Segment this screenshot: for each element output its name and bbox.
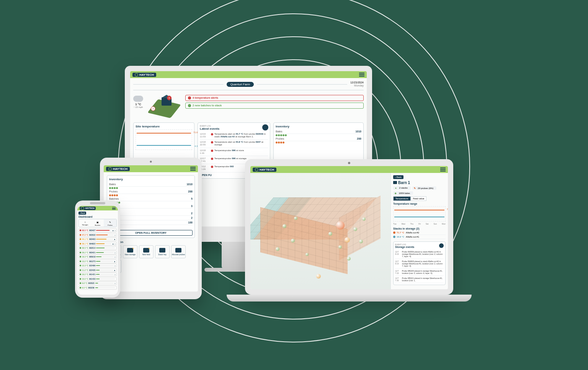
inv-row[interactable]: Bales1010 [109, 182, 193, 187]
event-row[interactable]: 12/1822:55 Temperature alert at 45.8 °C … [200, 140, 268, 148]
inv-row[interactable]: Cattle100 [109, 220, 193, 225]
laptop-screen: HAYTECH [250, 166, 448, 289]
axis-tick: Tue [393, 223, 396, 225]
brand-pill[interactable]: HAYTECH [80, 207, 96, 210]
site-temp-chart[interactable]: 71.6 °C 4.3 °C [136, 129, 192, 150]
probe-row[interactable]: 47.2 °C 093532 ⌂ [78, 233, 117, 237]
probe-marker[interactable] [338, 245, 342, 249]
camera-icon [348, 162, 350, 164]
inv-value: 2 [191, 217, 193, 219]
tab-probes[interactable]: ✎Probes [104, 219, 116, 227]
temp-range-chart[interactable]: 71.6 °C [393, 206, 446, 222]
storage-events-card: EVENT LOG Storage events 12/78:19 Probe … [393, 241, 446, 285]
map-pin-icon[interactable]: 2 [151, 106, 155, 111]
event-row[interactable]: 12/1911:03 Temperature alert at 45.7 °C … [200, 132, 268, 140]
inv-row[interactable]: Stacks3 [109, 204, 193, 209]
inv-label: Probes [276, 137, 284, 140]
stack-alert[interactable]: 2 new batches to stack [185, 103, 364, 109]
action-tile[interactable]: New field [139, 245, 154, 258]
event-row[interactable]: 12/77:33 Probe 085200 placed in storage … [395, 269, 444, 276]
inv-row[interactable]: Probes200 [109, 189, 193, 194]
action-tile[interactable]: Allocate probes [171, 245, 186, 258]
menu-icon[interactable] [190, 167, 196, 171]
farm-illustration[interactable]: 2 4 [147, 95, 181, 118]
probe-marker[interactable] [305, 253, 309, 256]
probe-marker[interactable] [283, 224, 286, 228]
temp-bar [95, 283, 114, 284]
status-dot-icon [80, 287, 81, 289]
probe-row[interactable]: 9.8 °C 093523 ⌂ [78, 281, 117, 285]
temp-bar [96, 256, 114, 257]
probe-row[interactable]: 11.2 °C 022435 ▲ [78, 268, 117, 272]
probe-marker[interactable] [294, 217, 297, 220]
brand-pill[interactable]: HAYTECH [253, 168, 276, 172]
event-text: Temperatuprobe 096 at storage [214, 157, 247, 163]
section-title: Temperature range [393, 202, 446, 205]
stack-row[interactable]: 16.6 °CAlfalfa cut #1 [393, 235, 446, 239]
probe-row[interactable]: 29.2 °C 093421 ⌂ [78, 251, 117, 254]
probe-marker[interactable] [328, 232, 332, 236]
action-tile[interactable]: New storage [123, 245, 137, 258]
card-title: Storage events [395, 246, 444, 248]
probe-marker[interactable] [362, 217, 366, 221]
laptop-tabs: Temperature Feed value [393, 196, 446, 201]
tab-temperature[interactable]: Temperature [393, 196, 411, 201]
action-tile[interactable]: Stack hay [155, 245, 170, 258]
probe-row[interactable]: 30.5 °C 092014 [78, 246, 117, 250]
probe-marker[interactable] [347, 257, 351, 261]
probe-marker[interactable] [276, 247, 279, 251]
probe-row[interactable]: 10.2 °C 061421 ⌂ [78, 272, 117, 276]
probe-marker[interactable] [345, 237, 350, 243]
tab-storages[interactable]: ⌂Storages [79, 219, 91, 227]
probe-row[interactable]: 19.3 °C 085018 ⌂ [78, 255, 117, 259]
back-button[interactable]: ‹ Back [393, 175, 403, 179]
probe-marker-hot[interactable] [336, 221, 345, 230]
inv-row[interactable]: Batches5 [109, 197, 193, 201]
brand-pill[interactable]: HAYTECH [132, 73, 156, 77]
event-row[interactable]: 12/77:35 Probe 085221 placed in storage … [395, 276, 444, 283]
temp-bar [96, 252, 114, 253]
probe-row[interactable]: 68.5 °C 093427 ▲ ⌂ [78, 228, 117, 232]
desktop-header: Quanturi Farm 12/23/2024 Monday [133, 81, 364, 90]
menu-icon[interactable] [359, 73, 364, 77]
farm-pill[interactable]: Quanturi Farm [227, 82, 254, 87]
event-row[interactable]: 12/78:19 Probe 094829 placed to stack Al… [395, 259, 444, 269]
probe-id: 061421 [89, 273, 96, 275]
event-row[interactable]: 12/78:19 Probe 093556 placed to stack Al… [395, 249, 444, 259]
stack-temp: 16.6 °C [397, 236, 404, 238]
events-badge-icon[interactable] [262, 124, 268, 130]
tab-batches[interactable]: ▣Batches [91, 219, 104, 227]
probe-row[interactable]: 10.0 °C 061433 [78, 277, 117, 281]
events-badge-icon[interactable] [439, 243, 444, 248]
probe-marker[interactable] [359, 240, 363, 243]
temperature-alert[interactable]: 4 temperature alerts [185, 95, 364, 101]
probe-marker[interactable] [316, 274, 321, 279]
menu-icon[interactable] [112, 207, 116, 210]
stack-dot-icon [393, 236, 395, 238]
probe-row[interactable]: 12.3 °C 022486 ⌂ [78, 264, 117, 267]
inv-row[interactable]: Fields2 [109, 216, 193, 220]
event-row[interactable]: 12/181:16 Temperatuprobe 096 at stora [200, 148, 268, 156]
probe-row[interactable]: 44.1 °C 093403 ▲ [78, 237, 117, 241]
date-block: 12/23/2024 Monday [350, 81, 364, 88]
back-button[interactable]: ‹ Back [78, 212, 86, 215]
alert-dot-icon [211, 133, 213, 135]
probe-row[interactable]: 13.2 °C 091273 ▲ [78, 259, 117, 263]
map-pin-alert-icon[interactable]: 4 [167, 96, 172, 100]
probe-marker[interactable] [353, 227, 357, 231]
temp-bar [96, 239, 113, 240]
event-time: 12/78:19 [395, 260, 402, 267]
inv-value: 100 [188, 221, 193, 224]
storage-3d-view[interactable] [250, 173, 390, 289]
probe-marker[interactable] [291, 239, 295, 243]
open-inventory-button[interactable]: OPEN FULL INVENTORY [109, 230, 193, 236]
weather-widget: 1 °C ↑ 15 mph [133, 95, 143, 118]
brand-pill[interactable]: HAYTECH [106, 167, 130, 171]
probe-row[interactable]: 39.1 °C 094822 ▲ ⌂ [78, 242, 117, 246]
inv-row[interactable]: Storages2 [109, 211, 193, 216]
tab-feed-value[interactable]: Feed value [411, 196, 427, 201]
probe-row[interactable]: 9.5 °C 093239 [78, 286, 117, 290]
menu-icon[interactable] [440, 168, 446, 171]
probe-temp: 47.2 °C [82, 234, 88, 236]
stack-row[interactable]: 71.7 °CAlfalfa cut #2 [393, 231, 446, 235]
